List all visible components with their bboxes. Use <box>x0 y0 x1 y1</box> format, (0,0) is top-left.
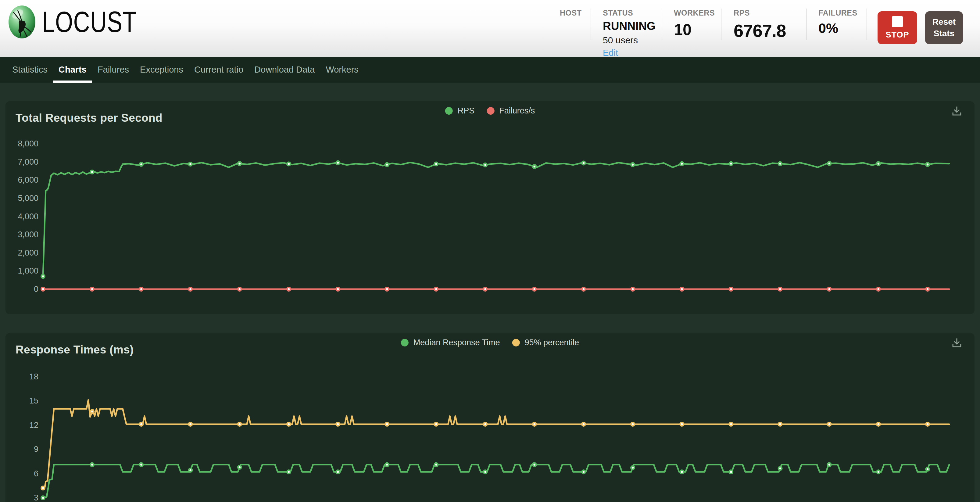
divider <box>662 8 662 40</box>
tab-label: Download Data <box>254 65 315 75</box>
rps-label: RPS <box>733 8 786 18</box>
stop-button[interactable]: STOP <box>878 11 917 44</box>
data-point-marker-center <box>337 423 339 425</box>
y-axis-label: 18 <box>5 372 38 381</box>
tab-label: Current ratio <box>194 65 243 75</box>
tab-download-data[interactable]: Download Data <box>249 57 320 83</box>
data-point-marker-center <box>829 464 830 465</box>
stat-rps: RPS 6767.8 <box>733 8 786 41</box>
data-point-marker-center <box>484 164 486 166</box>
data-point-marker-center <box>288 288 290 290</box>
y-axis-label: 15 <box>5 396 38 406</box>
data-point-marker-center <box>140 288 142 290</box>
data-point-marker-center <box>730 471 732 473</box>
data-point-marker-center <box>288 471 290 473</box>
rps-chart-canvas[interactable] <box>5 101 975 314</box>
data-point-marker-center <box>583 162 584 164</box>
response-times-chart-canvas[interactable] <box>5 333 975 502</box>
data-point-marker-center <box>386 423 388 425</box>
data-point-marker-center <box>632 164 634 166</box>
user-count: 50 users <box>603 35 655 45</box>
data-point-marker-center <box>484 471 486 473</box>
data-point-marker-center <box>42 497 44 499</box>
data-point-marker-center <box>189 163 191 165</box>
data-point-marker-center <box>534 423 535 425</box>
reset-label-line2: Stats <box>934 28 955 39</box>
stat-failures: FAILURES 0% <box>818 8 858 36</box>
stop-icon <box>892 16 903 27</box>
data-point-marker-center <box>829 288 830 290</box>
data-point-marker-center <box>288 423 290 425</box>
status-label: STATUS <box>603 8 655 18</box>
status-value: RUNNING <box>603 20 655 33</box>
data-point-marker-center <box>337 471 339 473</box>
tab-label: Failures <box>97 65 129 75</box>
data-point-marker-center <box>730 288 732 290</box>
main-nav: Statistics Charts Failures Exceptions Cu… <box>0 57 980 83</box>
tab-charts[interactable]: Charts <box>53 57 92 83</box>
failures-label: FAILURES <box>818 8 858 18</box>
y-axis-label: 3,000 <box>5 229 38 239</box>
tab-workers[interactable]: Workers <box>320 57 364 83</box>
data-point-marker-center <box>681 471 683 473</box>
tab-label: Statistics <box>12 65 48 75</box>
data-point-marker-center <box>927 423 929 425</box>
divider <box>590 8 591 40</box>
stat-workers: WORKERS 10 <box>674 8 715 39</box>
data-point-marker-center <box>927 164 929 165</box>
data-point-marker-center <box>484 288 486 290</box>
data-point-marker-center <box>878 288 880 290</box>
data-point-marker-center <box>829 163 830 164</box>
data-point-marker-center <box>632 467 634 469</box>
data-point-marker-center <box>779 423 781 425</box>
data-point-marker-center <box>42 487 44 489</box>
data-point-marker-center <box>435 464 437 465</box>
stop-button-label: STOP <box>886 30 909 40</box>
series-line-rps <box>43 163 949 277</box>
series-line-median-response-time <box>43 465 949 498</box>
data-point-marker-center <box>386 288 388 290</box>
data-point-marker-center <box>91 464 93 465</box>
data-point-marker-center <box>337 288 339 290</box>
host-label: HOST <box>560 8 581 18</box>
data-point-marker-center <box>189 423 191 425</box>
data-point-marker-center <box>681 423 683 425</box>
stat-host: HOST <box>560 8 581 18</box>
y-axis-label: 0 <box>5 284 38 294</box>
data-point-marker-center <box>878 163 880 164</box>
reset-stats-button[interactable]: Reset Stats <box>925 11 963 44</box>
data-point-marker-center <box>583 288 584 290</box>
data-point-marker-center <box>779 467 781 469</box>
header: LOCUST HOST STATUS RUNNING 50 users Edit… <box>0 0 980 57</box>
data-point-marker-center <box>386 464 388 465</box>
data-point-marker-center <box>878 471 880 473</box>
data-point-marker-center <box>484 423 486 425</box>
data-point-marker-center <box>878 423 880 425</box>
stat-status: STATUS RUNNING 50 users Edit <box>603 8 655 58</box>
y-axis-label: 2,000 <box>5 248 38 258</box>
data-point-marker-center <box>435 288 437 290</box>
data-point-marker-center <box>927 288 929 290</box>
tab-label: Exceptions <box>140 65 183 75</box>
data-point-marker-center <box>91 411 93 412</box>
tab-current-ratio[interactable]: Current ratio <box>189 57 249 83</box>
data-point-marker-center <box>239 288 240 290</box>
data-point-marker-center <box>534 464 535 465</box>
data-point-marker-center <box>779 288 781 290</box>
tab-statistics[interactable]: Statistics <box>7 57 53 83</box>
divider <box>806 8 807 40</box>
data-point-marker-center <box>534 288 535 290</box>
tab-failures[interactable]: Failures <box>92 57 134 83</box>
data-point-marker-center <box>91 171 93 173</box>
data-point-marker-center <box>91 288 93 290</box>
y-axis-label: 6 <box>5 469 38 478</box>
tab-exceptions[interactable]: Exceptions <box>134 57 189 83</box>
data-point-marker-center <box>288 163 290 165</box>
series-line-95-percentile <box>43 400 949 488</box>
data-point-marker-center <box>435 423 437 425</box>
y-axis-label: 9 <box>5 445 38 454</box>
data-point-marker-center <box>632 288 634 290</box>
data-point-marker-center <box>140 164 142 165</box>
data-point-marker-center <box>730 163 732 164</box>
data-point-marker-center <box>583 423 584 425</box>
